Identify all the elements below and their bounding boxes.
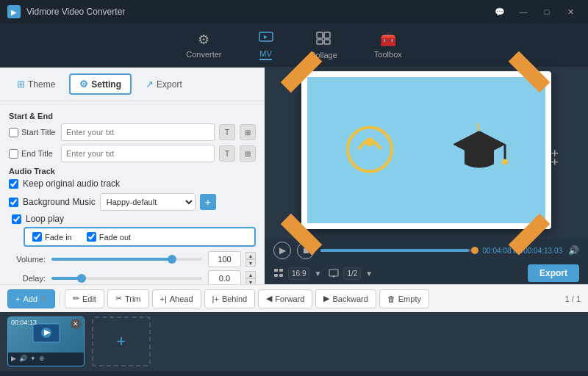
minimize-btn[interactable]: — xyxy=(513,4,534,19)
fade-in-item: Fade in xyxy=(32,232,72,242)
collage-icon xyxy=(316,32,331,48)
toolbox-label: Toolbox xyxy=(374,50,402,59)
keep-original-label: Keep original audio track xyxy=(23,178,120,189)
preview-content xyxy=(307,77,545,223)
screen-select[interactable]: 1/2 xyxy=(343,267,361,280)
volume-up-btn[interactable]: ▲ xyxy=(245,252,256,259)
mv-label: MV xyxy=(259,49,272,60)
loop-play-checkbox[interactable] xyxy=(12,214,21,224)
backward-icon: ▶ xyxy=(323,294,329,303)
screen-arrow: ▼ xyxy=(365,270,373,278)
ratio-select[interactable]: 16:9 xyxy=(288,267,309,280)
add-btn[interactable]: + Add ▼ xyxy=(7,289,55,308)
end-title-input[interactable] xyxy=(61,145,215,162)
setting-icon: ⚙ xyxy=(79,79,88,90)
timeline-item-1[interactable]: 00:04:13 ✕ ▶ 🔊 ✦ ⊕ xyxy=(7,317,85,366)
ahead-btn[interactable]: +| Ahead xyxy=(152,289,201,308)
fade-in-checkbox[interactable] xyxy=(32,232,42,242)
add-music-btn[interactable]: + xyxy=(200,194,216,210)
progress-thumb[interactable] xyxy=(471,247,478,254)
end-title-checkbox[interactable] xyxy=(9,149,18,159)
timeline-add-btn[interactable]: + xyxy=(92,317,151,366)
main-nav: ⚙ Converter MV Collage 🧰 Toolbox xyxy=(0,24,588,68)
volume-thumb[interactable] xyxy=(168,255,176,264)
end-title-row: End Title T ⊞ xyxy=(9,145,256,162)
start-title-text-icon[interactable]: T xyxy=(219,124,235,140)
timeline-plus-icon[interactable]: ⊕ xyxy=(39,355,45,362)
timeline: 00:04:13 ✕ ▶ 🔊 ✦ ⊕ + xyxy=(0,312,588,371)
bg-music-select[interactable]: Happy-default Romantic Energetic Calm xyxy=(100,193,196,211)
message-btn[interactable]: 💬 xyxy=(490,4,510,19)
volume-fill xyxy=(51,258,172,261)
forward-icon: ◀ xyxy=(266,294,272,303)
fade-in-label: Fade in xyxy=(45,233,72,242)
tab-mv[interactable]: MV xyxy=(244,26,288,65)
volume-icon[interactable]: 🔊 xyxy=(568,245,579,256)
timeline-add-icon: + xyxy=(117,332,126,351)
svg-point-6 xyxy=(365,137,374,146)
end-title-settings-icon[interactable]: ⊞ xyxy=(240,145,256,162)
loop-play-label: Loop play xyxy=(26,214,64,224)
svg-line-10 xyxy=(478,123,479,131)
timeline-audio-icon[interactable]: 🔊 xyxy=(19,355,27,362)
start-title-settings-icon[interactable]: ⊞ xyxy=(240,124,256,140)
trim-btn[interactable]: ✂ Trim xyxy=(107,289,149,308)
setting-tab[interactable]: ⚙ Setting xyxy=(69,73,132,95)
svg-rect-15 xyxy=(279,274,283,277)
maximize-btn[interactable]: □ xyxy=(537,4,557,19)
progress-bar[interactable] xyxy=(320,249,477,252)
volume-value: 100 xyxy=(208,251,241,267)
start-title-checkbox[interactable] xyxy=(9,128,18,137)
bg-music-checkbox[interactable] xyxy=(9,198,18,207)
empty-btn[interactable]: 🗑 Empty xyxy=(379,289,429,308)
behind-btn[interactable]: |+ Behind xyxy=(204,289,256,308)
preview-cap xyxy=(450,123,509,177)
close-btn[interactable]: ✕ xyxy=(560,4,581,19)
ahead-icon: +| xyxy=(160,294,167,303)
forward-btn[interactable]: ◀ Forward xyxy=(258,289,312,308)
delay-slider-track[interactable] xyxy=(51,277,202,280)
export-btn[interactable]: Export xyxy=(528,264,579,282)
start-title-input[interactable] xyxy=(61,123,215,141)
toolbox-icon: 🧰 xyxy=(380,32,396,48)
export-tab[interactable]: ↗ Export xyxy=(136,74,192,94)
mv-icon xyxy=(259,30,273,47)
timeline-close-btn[interactable]: ✕ xyxy=(71,319,81,329)
theme-tab[interactable]: ⊞ Theme xyxy=(7,74,65,94)
end-title-label: End Title xyxy=(9,149,57,159)
delay-up-btn[interactable]: ▲ xyxy=(245,271,256,278)
theme-icon: ⊞ xyxy=(17,79,25,90)
titlebar: ▶ Vidmore Video Converter 💬 — □ ✕ xyxy=(0,0,588,24)
delay-down-btn[interactable]: ▼ xyxy=(245,278,256,284)
end-title-text-icon[interactable]: T xyxy=(219,145,235,162)
svg-point-9 xyxy=(502,159,508,164)
timeline-star-icon[interactable]: ✦ xyxy=(30,355,36,362)
tab-toolbox[interactable]: 🧰 Toolbox xyxy=(359,27,417,63)
volume-spinner: ▲ ▼ xyxy=(245,252,256,267)
svg-rect-13 xyxy=(279,269,283,272)
app-icon: ▶ xyxy=(7,5,21,18)
trim-icon: ✂ xyxy=(115,294,122,303)
preview-logo xyxy=(344,123,395,177)
start-end-title: Start & End xyxy=(9,112,256,120)
play-btn[interactable]: ▶ xyxy=(273,242,291,259)
tab-converter[interactable]: ⚙ Converter xyxy=(171,27,236,63)
converter-label: Converter xyxy=(186,50,221,59)
start-title-label: Start Title xyxy=(9,128,57,137)
converter-icon: ⚙ xyxy=(198,32,209,48)
volume-down-btn[interactable]: ▼ xyxy=(245,259,256,267)
fade-out-checkbox[interactable] xyxy=(87,232,96,242)
backward-btn[interactable]: ▶ Backward xyxy=(315,289,376,308)
titlebar-controls: 💬 — □ ✕ xyxy=(490,4,581,19)
edit-btn[interactable]: ✏ Edit xyxy=(65,289,104,308)
timeline-play-icon[interactable]: ▶ xyxy=(11,355,16,362)
content-area: ⊞ Theme ⚙ Setting ↗ Export Start & End S… xyxy=(0,68,588,284)
volume-slider-track[interactable] xyxy=(51,258,202,261)
add-overlay-btn[interactable]: + xyxy=(551,155,559,170)
right-panel: + + ▶ ⏹ 00:04:08.03/00:04:13.03 🔊 16:9 xyxy=(265,68,588,284)
delay-thumb[interactable] xyxy=(77,274,86,283)
svg-rect-14 xyxy=(274,274,278,277)
add-arrow: ▼ xyxy=(40,295,47,303)
keep-original-checkbox[interactable] xyxy=(9,179,18,189)
behind-icon: |+ xyxy=(212,294,219,303)
